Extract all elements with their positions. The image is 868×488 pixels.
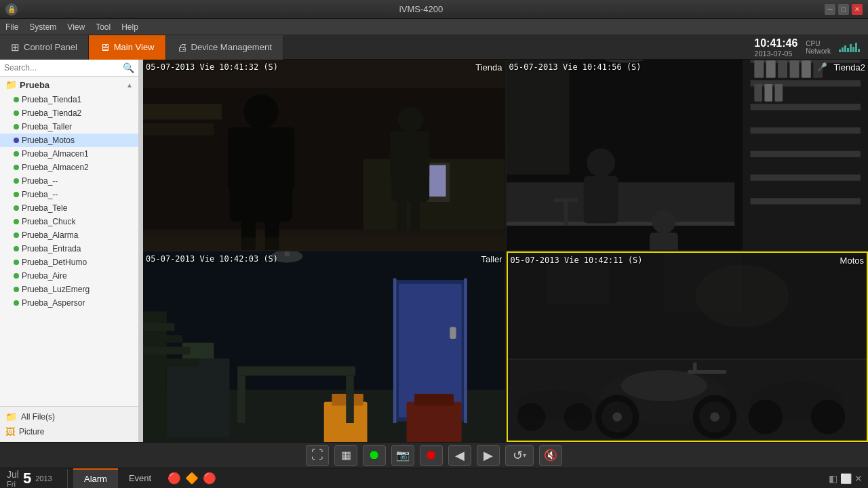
tab-control-panel[interactable]: ⊞ Control Panel (0, 35, 89, 60)
device-mgmt-label: Device Management (191, 42, 272, 52)
sidebar-item-label-6: Prueba_-- (22, 176, 58, 186)
tab-device-management[interactable]: 🖨 Device Management (166, 35, 283, 60)
sidebar-item-label-12: Prueba_DetHumo (22, 258, 87, 267)
group-label: Prueba (20, 80, 50, 90)
camera-cell-4[interactable]: 05-07-2013 Vie 10:42:11 (S) Motos (507, 251, 869, 442)
svg-rect-55 (167, 359, 230, 437)
camera-cell-3[interactable]: 05-07-2013 Vie 10:42:03 (S) Taller (143, 251, 505, 442)
minimize-button[interactable]: ─ (825, 4, 835, 15)
day-name-label: Fri (7, 480, 19, 488)
sidebar-item-11[interactable]: Prueba_Entrada (0, 242, 138, 256)
svg-rect-65 (143, 347, 191, 355)
sidebar-item-4[interactable]: Prueba_Almacen1 (0, 147, 138, 161)
sidebar-item-1[interactable]: Prueba_Tienda2 (0, 106, 138, 120)
camera-status-dot-10 (14, 232, 19, 238)
search-input[interactable] (4, 63, 123, 73)
menu-view[interactable]: View (67, 22, 85, 32)
sidebar-footer-allfiles[interactable]: 📁 All File(s) (5, 409, 133, 424)
refresh-button[interactable]: ↺ ▾ (505, 445, 534, 466)
sidebar-item-5[interactable]: Prueba_Almacen2 (0, 161, 138, 174)
status-tab-alarm[interactable]: Alarm (73, 468, 118, 488)
layout-button[interactable]: ▦ (334, 445, 357, 466)
camera-status-dot-8 (14, 205, 19, 211)
tree-area: 📁 Prueba ▲ Prueba_Tienda1Prueba_Tienda2P… (0, 77, 138, 406)
camera-label-2: Tienda2 (834, 62, 866, 73)
mute-button[interactable]: 🔇 (539, 445, 562, 466)
svg-rect-25 (750, 104, 860, 110)
svg-point-41 (587, 148, 615, 177)
svg-rect-63 (143, 323, 174, 331)
prev-icon: ◀ (455, 448, 465, 463)
camera-status-dot-11 (14, 246, 19, 251)
tab-main-view[interactable]: 🖥 Main View (89, 35, 166, 60)
sidebar-item-8[interactable]: Prueba_Tele (0, 201, 138, 215)
svg-rect-19 (143, 237, 505, 250)
svg-point-86 (748, 400, 783, 434)
sidebar-item-12[interactable]: Prueba_DetHumo (0, 256, 138, 269)
sidebar-item-2[interactable]: Prueba_Taller (0, 120, 138, 134)
menu-file[interactable]: File (5, 22, 18, 32)
status-icon-2[interactable]: ⬜ (840, 473, 852, 484)
alert-yellow-icon[interactable]: 🔶 (185, 472, 199, 485)
status-icon-1[interactable]: ◧ (829, 473, 837, 484)
sidebar: 🔍 📁 Prueba ▲ Prueba_Tienda1Prueba_Tienda… (0, 60, 139, 442)
cpu-label: CPU (806, 40, 831, 47)
svg-rect-36 (754, 84, 762, 102)
bar7 (855, 43, 857, 52)
camera-status-dot-3 (14, 138, 19, 143)
sidebar-item-9[interactable]: Prueba_Chuck (0, 215, 138, 228)
menu-tool[interactable]: Tool (96, 22, 111, 32)
svg-rect-57 (324, 402, 368, 442)
next-button[interactable]: ▶ (477, 445, 500, 466)
sidebar-item-0[interactable]: Prueba_Tienda1 (0, 93, 138, 106)
sidebar-item-14[interactable]: Prueba_LuzEmerg (0, 283, 138, 296)
sidebar-item-15[interactable]: Prueba_Aspersor (0, 296, 138, 310)
close-button[interactable]: ✕ (852, 4, 863, 15)
main-view-label: Main View (114, 42, 155, 52)
record-stop-button[interactable]: ⏺ (363, 445, 386, 466)
year-label: 2013 (35, 474, 52, 483)
svg-rect-8 (280, 127, 294, 190)
sidebar-item-3[interactable]: Prueba_Motos (0, 134, 138, 147)
month-label: Jul (7, 469, 19, 480)
svg-rect-68 (414, 394, 454, 405)
camera-cell-2[interactable]: 05-07-2013 Vie 10:41:56 (S) Tienda2 🎤 (507, 60, 869, 250)
camera-feed-3 (143, 251, 505, 442)
search-icon[interactable]: 🔍 (123, 62, 134, 73)
sidebar-item-label-11: Prueba_Entrada (22, 244, 81, 253)
camera-status-dot-6 (14, 178, 19, 184)
alert-red-icon[interactable]: 🔴 (167, 472, 181, 485)
sidebar-item-10[interactable]: Prueba_Alarma (0, 228, 138, 242)
refresh-dropdown-icon[interactable]: ▾ (523, 451, 526, 459)
alert-blue-icon[interactable]: 🔴 (203, 472, 216, 485)
camera-status-dot-7 (14, 192, 19, 197)
camera-status-dot-12 (14, 260, 19, 265)
snapshot-button[interactable]: 📷 (391, 445, 414, 466)
menu-system[interactable]: System (29, 22, 56, 32)
sidebar-item-7[interactable]: Prueba_-- (0, 188, 138, 201)
sidebar-item-6[interactable]: Prueba_-- (0, 174, 138, 188)
restore-button[interactable]: □ (838, 4, 849, 15)
tree-group-prueba[interactable]: 📁 Prueba ▲ (0, 77, 138, 93)
status-bar: Jul Fri 5 2013 Alarm Event 🔴 🔶 🔴 ◧ ⬜ ✕ (0, 468, 868, 488)
record-button[interactable]: ⏺ (420, 445, 443, 466)
status-tab-event[interactable]: Event (118, 468, 162, 488)
camera-status-dot-15 (14, 300, 19, 306)
menu-help[interactable]: Help (121, 22, 138, 32)
sidebar-footer-picture[interactable]: 🖼 Picture (5, 424, 133, 439)
system-stats: CPU Network (806, 40, 831, 55)
svg-rect-31 (766, 60, 775, 78)
clock-area: 10:41:46 2013-07-05 CPU Network (754, 37, 868, 58)
svg-rect-60 (237, 375, 245, 423)
main-view-icon: 🖥 (100, 41, 110, 53)
sidebar-item-label-9: Prueba_Chuck (22, 217, 75, 226)
camera-cell-1[interactable]: 05-07-2013 Vie 10:41:32 (S) Tienda (143, 60, 505, 250)
record-icon: ⏺ (425, 448, 437, 462)
fullscreen-button[interactable]: ⛶ (306, 445, 329, 466)
camera-scene-1 (143, 60, 505, 250)
status-icon-3[interactable]: ✕ (854, 473, 863, 484)
sidebar-item-13[interactable]: Prueba_Aire (0, 269, 138, 283)
camera-status-dot-14 (14, 287, 19, 292)
prev-button[interactable]: ◀ (448, 445, 471, 466)
layout-icon: ▦ (341, 449, 351, 462)
